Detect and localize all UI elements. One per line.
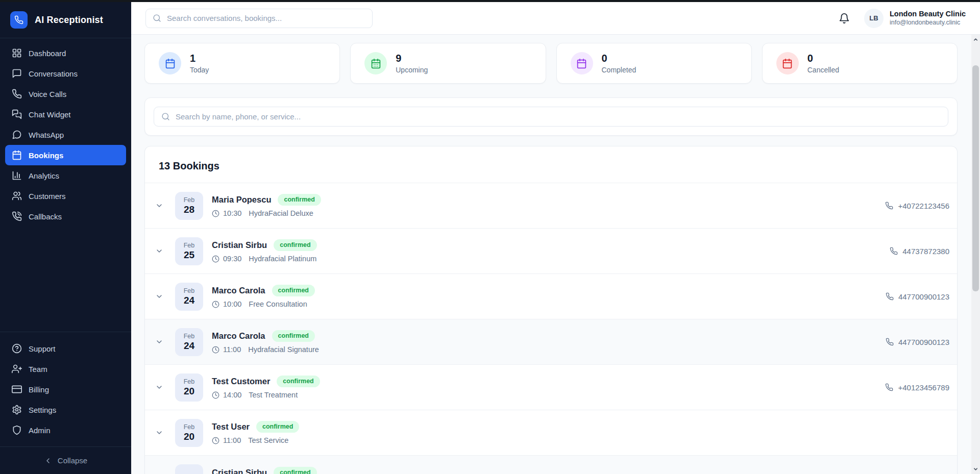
scrollbar-thumb[interactable] (972, 65, 979, 291)
scroll-down-arrow-icon[interactable] (971, 465, 980, 473)
booking-month: Feb (184, 241, 195, 250)
phone-number: +40722123456 (898, 202, 949, 210)
booking-service: Hydrafacial Platinum (249, 255, 316, 263)
sidebar-item-settings[interactable]: Settings (5, 400, 126, 420)
booking-row[interactable]: Feb Cristian Sirbu confirmed (145, 455, 957, 474)
booking-row[interactable]: Feb 20 Test User confirmed 11:00 Test Se… (145, 410, 957, 455)
booking-month: Feb (184, 423, 195, 431)
sidebar-item-bookings[interactable]: Bookings (5, 145, 126, 165)
stat-label: Completed (602, 66, 636, 74)
chevron-down-icon (155, 383, 163, 391)
booking-row[interactable]: Feb 28 Maria Popescu confirmed 10:30 Hyd… (145, 183, 957, 228)
chevron-left-icon (44, 457, 52, 465)
chevron-down-icon (155, 338, 163, 346)
sidebar-item-customers[interactable]: Customers (5, 186, 126, 206)
stat-label: Today (190, 66, 209, 74)
scroll-up-arrow-icon[interactable] (971, 35, 980, 44)
booking-sub: 11:00 Test Service (212, 436, 937, 444)
expand-row-button[interactable] (155, 202, 170, 210)
calendar-days-icon (364, 52, 387, 74)
bookings-count: 13 Bookings (145, 146, 957, 183)
sidebar-item-chat-widget[interactable]: Chat Widget (5, 104, 126, 124)
sidebar-collapse-button[interactable]: Collapse (0, 446, 131, 474)
sidebar-item-support[interactable]: Support (5, 338, 126, 359)
global-search (145, 9, 373, 28)
booking-row[interactable]: Feb 24 Marco Carola confirmed 11:00 Hydr… (145, 319, 957, 364)
bookings-icon (12, 150, 22, 160)
booking-service: Hydrafacial Signature (248, 345, 319, 354)
customer-name: Cristian Sirbu (212, 240, 267, 250)
booking-date: Feb 20 (175, 373, 203, 402)
sidebar-item-label: Conversations (29, 69, 78, 78)
expand-row-button[interactable] (155, 429, 170, 437)
sidebar-item-label: Chat Widget (29, 110, 71, 119)
sidebar-main-nav: Dashboard Conversations Voice Calls Chat… (0, 38, 131, 227)
sidebar-item-billing[interactable]: Billing (5, 379, 126, 400)
booking-phone: +40123456789 (885, 383, 949, 392)
stat-card-upcoming: 9 Upcoming (350, 43, 546, 84)
booking-row[interactable]: Feb 24 Marco Carola confirmed 10:00 Free… (145, 273, 957, 319)
sidebar-item-label: Callbacks (29, 212, 62, 221)
sidebar-item-dashboard[interactable]: Dashboard (5, 43, 126, 63)
status-badge: confirmed (277, 376, 320, 387)
booking-day: 24 (184, 340, 194, 352)
scrollbar[interactable] (971, 35, 980, 474)
customer-name: Maria Popescu (212, 195, 271, 205)
booking-row[interactable]: Feb 20 Test Customer confirmed 14:00 Tes… (145, 364, 957, 410)
customers-icon (12, 191, 22, 201)
booking-phone: +40722123456 (885, 202, 949, 210)
sidebar-item-admin[interactable]: Admin (5, 420, 126, 440)
booking-month: Feb (184, 378, 195, 386)
booking-date: Feb 25 (175, 237, 203, 265)
phone-icon (885, 383, 893, 391)
booking-sub: 11:00 Hydrafacial Signature (212, 345, 886, 354)
booking-row[interactable]: Feb 25 Cristian Sirbu confirmed 09:30 Hy… (145, 228, 957, 273)
sidebar-item-label: Admin (29, 426, 51, 435)
status-badge: confirmed (256, 421, 299, 433)
sidebar-item-conversations[interactable]: Conversations (5, 63, 126, 84)
stat-value: 0 (602, 53, 636, 64)
sidebar-item-label: WhatsApp (29, 131, 64, 139)
stat-card-completed: 0 Completed (556, 43, 752, 84)
sidebar-item-voice-calls[interactable]: Voice Calls (5, 84, 126, 104)
search-icon (153, 14, 161, 22)
booking-month: Feb (184, 332, 195, 340)
account-name: London Beauty Clinic (890, 9, 966, 18)
booking-day: 24 (184, 295, 194, 306)
admin-icon (12, 425, 22, 435)
conversations-icon (12, 68, 22, 79)
sidebar-spacer (0, 227, 131, 332)
bookings-filter-card (144, 97, 958, 136)
bell-icon (839, 13, 850, 24)
page-content: 1 Today 9 Upcoming 0 Completed 0 Cancell… (131, 35, 980, 474)
stats-row: 1 Today 9 Upcoming 0 Completed 0 Cancell… (144, 43, 958, 84)
expand-row-button[interactable] (155, 338, 170, 346)
booking-month: Feb (184, 196, 195, 204)
stat-value: 9 (396, 53, 428, 64)
notifications-button[interactable] (839, 13, 850, 24)
sidebar-item-label: Billing (29, 385, 49, 394)
global-search-input[interactable] (167, 14, 365, 22)
sidebar-item-whatsapp[interactable]: WhatsApp (5, 124, 126, 145)
sidebar-item-team[interactable]: Team (5, 359, 126, 379)
booking-sub: 10:00 Free Consultation (212, 300, 886, 308)
booking-day: 28 (184, 204, 194, 215)
expand-row-button[interactable] (155, 292, 170, 301)
sidebar-item-callbacks[interactable]: Callbacks (5, 206, 126, 227)
account-menu[interactable]: LB London Beauty Clinic info@londonbeaut… (864, 9, 966, 28)
expand-row-button[interactable] (155, 383, 170, 391)
sidebar-item-label: Settings (29, 406, 56, 414)
booking-time: 09:30 (223, 255, 241, 263)
booking-phone: 447700900123 (886, 338, 949, 346)
billing-icon (12, 384, 22, 394)
expand-row-button[interactable] (155, 247, 170, 255)
bookings-search-input[interactable] (176, 112, 941, 121)
header-right: LB London Beauty Clinic info@londonbeaut… (839, 9, 966, 28)
top-header: LB London Beauty Clinic info@londonbeaut… (131, 0, 980, 35)
chevron-down-icon (155, 292, 163, 301)
phone-number: 44737872380 (902, 247, 949, 256)
collapse-label: Collapse (58, 456, 87, 465)
booking-date: Feb 28 (175, 192, 203, 220)
sidebar-item-analytics[interactable]: Analytics (5, 165, 126, 186)
sidebar: AI Receptionist Dashboard Conversations … (0, 0, 131, 474)
